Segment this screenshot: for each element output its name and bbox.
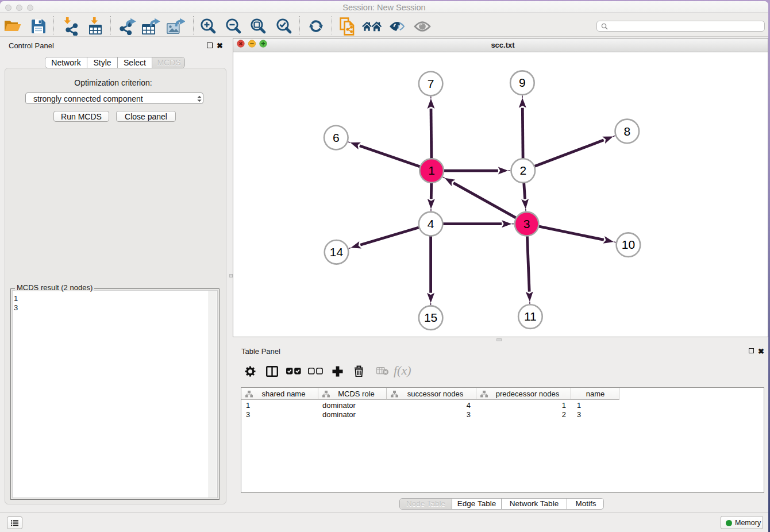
svg-text:15: 15 <box>424 311 437 324</box>
svg-text:8: 8 <box>623 125 630 138</box>
svg-text:3: 3 <box>523 217 530 230</box>
svg-text:11: 11 <box>524 310 537 323</box>
svg-text:4: 4 <box>428 217 434 230</box>
svg-text:7: 7 <box>428 77 434 90</box>
svg-text:2: 2 <box>519 164 526 177</box>
svg-text:10: 10 <box>622 238 635 251</box>
svg-text:1: 1 <box>428 164 435 177</box>
svg-text:6: 6 <box>333 131 340 144</box>
svg-text:9: 9 <box>519 76 526 89</box>
svg-text:14: 14 <box>330 245 344 259</box>
